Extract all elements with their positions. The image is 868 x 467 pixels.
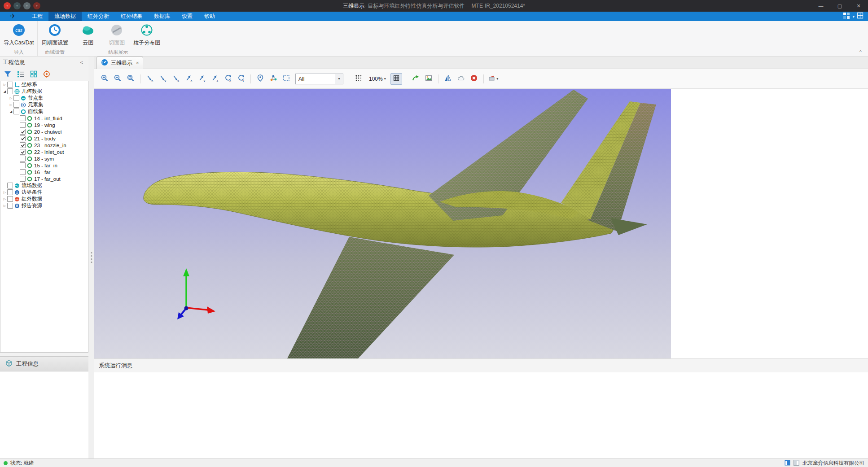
rotate-view-x-button[interactable]: x bbox=[222, 73, 234, 85]
tree-item-node-set[interactable]: ▷节点集 bbox=[0, 95, 88, 101]
tree-item-checkbox[interactable] bbox=[20, 135, 26, 141]
tree-item-checkbox[interactable] bbox=[20, 129, 26, 135]
tree-item-14-int-fluid[interactable]: 14 - int_fluid bbox=[0, 115, 88, 122]
tree-expand-arrow-icon[interactable]: ▷ bbox=[9, 96, 13, 100]
tree-item-face-line-set[interactable]: ◢面线集 bbox=[0, 108, 88, 115]
close-button[interactable]: ✕ bbox=[849, 0, 868, 12]
doc-tab-3d-view[interactable]: 三维显示 × bbox=[96, 57, 143, 69]
display-filter-select[interactable]: All▾ bbox=[295, 74, 343, 84]
quick-button-4[interactable] bbox=[33, 2, 40, 9]
grid-toggle-button[interactable] bbox=[390, 73, 402, 85]
view-axis-z-pos-button[interactable]: z bbox=[209, 73, 221, 85]
tree-item-checkbox[interactable] bbox=[20, 169, 26, 175]
contour-button[interactable]: 云图 bbox=[74, 22, 102, 48]
tree-item-checkbox[interactable] bbox=[13, 102, 19, 108]
node-links-button[interactable] bbox=[267, 73, 279, 85]
probe-point-button[interactable] bbox=[254, 73, 266, 85]
tree-item-checkbox[interactable] bbox=[20, 122, 26, 128]
ribbon-collapse-button[interactable]: ^ bbox=[857, 49, 864, 55]
tree-item-21-body[interactable]: 21 - body bbox=[0, 135, 88, 142]
tree-item-20-chuiwei[interactable]: 20 - chuiwei bbox=[0, 128, 88, 135]
export-view-button[interactable] bbox=[410, 73, 421, 85]
tree-item-boundary-conditions[interactable]: ▷边界条件 bbox=[0, 189, 88, 196]
clear-results-button[interactable] bbox=[468, 73, 480, 85]
tree-expand-arrow-icon[interactable]: ▷ bbox=[2, 197, 7, 201]
panel-splitter[interactable] bbox=[88, 57, 94, 458]
zoom-out-button[interactable] bbox=[112, 73, 123, 85]
tree-item-checkbox[interactable] bbox=[20, 176, 26, 182]
maximize-button[interactable]: ▢ bbox=[830, 0, 849, 12]
periodic-surface-button[interactable]: 周期面设置 bbox=[39, 22, 70, 48]
tree-item-18-sym[interactable]: 18 - sym bbox=[0, 155, 88, 162]
tree-item-infrared-data[interactable]: ▷红外数据 bbox=[0, 196, 88, 202]
tree-item-element-set[interactable]: ▷元素集 bbox=[0, 101, 88, 108]
system-message-bar[interactable]: 系统运行消息 bbox=[94, 358, 868, 372]
menu-tab-project[interactable]: 工程 bbox=[26, 12, 48, 21]
viewport-3d[interactable] bbox=[94, 89, 671, 358]
panel-bottom-tab-project-info[interactable]: 工程信息 bbox=[0, 356, 88, 371]
menu-tab-flow-data[interactable]: 流场数据 bbox=[48, 12, 82, 21]
chevron-down-icon[interactable]: ▾ bbox=[335, 74, 343, 84]
zoom-level-select[interactable]: 100%▾ bbox=[367, 74, 388, 84]
tree-item-checkbox[interactable] bbox=[7, 203, 13, 209]
menu-tab-help[interactable]: 帮助 bbox=[198, 12, 221, 21]
tree-item-15-far-in[interactable]: 15 - far_in bbox=[0, 162, 88, 169]
tree-item-16-far[interactable]: 16 - far bbox=[0, 169, 88, 175]
list-view-button[interactable] bbox=[17, 70, 25, 79]
quick-button-3[interactable] bbox=[23, 2, 31, 9]
view-axis-y-neg-button[interactable]: y bbox=[157, 73, 169, 85]
tree-item-checkbox[interactable] bbox=[7, 189, 13, 195]
minimize-button[interactable]: — bbox=[811, 0, 830, 12]
tree-item-checkbox[interactable] bbox=[7, 183, 13, 188]
tree-expand-arrow-icon[interactable]: ◢ bbox=[2, 90, 7, 93]
box-zoom-button[interactable] bbox=[281, 73, 292, 85]
menu-tab-settings[interactable]: 设置 bbox=[176, 12, 198, 21]
tree-item-geometry-data[interactable]: ◢几何数据 bbox=[0, 88, 88, 95]
menu-tab-ir-analysis[interactable]: 红外分析 bbox=[82, 12, 115, 21]
mirror-button[interactable] bbox=[442, 73, 454, 85]
layout-grid-icon[interactable] bbox=[857, 12, 864, 21]
tree-item-coordinate-system[interactable]: ▷坐标系 bbox=[0, 81, 88, 88]
tree-item-checkbox[interactable] bbox=[20, 142, 26, 148]
tree-item-checkbox[interactable] bbox=[13, 109, 19, 114]
tree-expand-arrow-icon[interactable]: ▷ bbox=[9, 103, 13, 107]
view-axis-x-neg-button[interactable]: x bbox=[144, 73, 156, 85]
menu-tab-ir-results[interactable]: 红外结果 bbox=[115, 12, 148, 21]
view-axis-y-pos-button[interactable]: y bbox=[196, 73, 208, 85]
halftone-button[interactable] bbox=[353, 73, 364, 85]
filter-button[interactable] bbox=[4, 70, 12, 79]
rotate-view-y-button[interactable]: y bbox=[235, 73, 247, 85]
tree-item-checkbox[interactable] bbox=[20, 162, 26, 168]
tree-expand-arrow-icon[interactable]: ▷ bbox=[2, 191, 7, 194]
panel-layout-blue-icon[interactable] bbox=[785, 460, 790, 467]
panel-collapse-button[interactable]: < bbox=[78, 59, 86, 65]
grid-view-button[interactable] bbox=[30, 70, 38, 79]
tree-item-checkbox[interactable] bbox=[7, 88, 13, 94]
close-tab-icon[interactable]: × bbox=[135, 60, 139, 65]
panel-layout-gray-icon[interactable] bbox=[793, 460, 799, 467]
particle-distribution-button[interactable]: 粒子分布图 bbox=[132, 22, 162, 48]
tree-item-checkbox[interactable] bbox=[13, 95, 19, 101]
zoom-area-button[interactable] bbox=[125, 73, 136, 85]
tree-item-22-inlet-out[interactable]: 22 - inlet_out bbox=[0, 148, 88, 155]
theme-style-icon[interactable] bbox=[843, 12, 850, 21]
import-cas-button[interactable]: cas导入Cas/Dat bbox=[2, 22, 35, 48]
tree-item-report-resources[interactable]: ▷报告资源 bbox=[0, 202, 88, 209]
tree-expand-arrow-icon[interactable]: ◢ bbox=[9, 110, 13, 113]
tree-item-flow-data[interactable]: 流场数据 bbox=[0, 182, 88, 189]
tree-item-23-nozzle-in[interactable]: 23 - nozzle_in bbox=[0, 142, 88, 148]
menu-tab-database[interactable]: 数据库 bbox=[148, 12, 176, 21]
tree-item-checkbox[interactable] bbox=[20, 149, 26, 155]
locate-button[interactable] bbox=[43, 70, 51, 79]
view-axis-x-pos-button[interactable]: x bbox=[183, 73, 195, 85]
tree-item-checkbox[interactable] bbox=[20, 156, 26, 161]
tree-item-19-wing[interactable]: 19 - wing bbox=[0, 122, 88, 128]
tree-item-17-far-out[interactable]: 17 - far_out bbox=[0, 175, 88, 182]
quick-button-1[interactable] bbox=[4, 2, 11, 9]
zoom-in-button[interactable] bbox=[99, 73, 110, 85]
lasso-button[interactable] bbox=[455, 73, 467, 85]
save-image-button[interactable] bbox=[423, 73, 434, 85]
tree-item-checkbox[interactable] bbox=[7, 196, 13, 202]
chevron-down-icon[interactable]: ▾ bbox=[852, 14, 855, 19]
tree-item-checkbox[interactable] bbox=[7, 82, 13, 87]
